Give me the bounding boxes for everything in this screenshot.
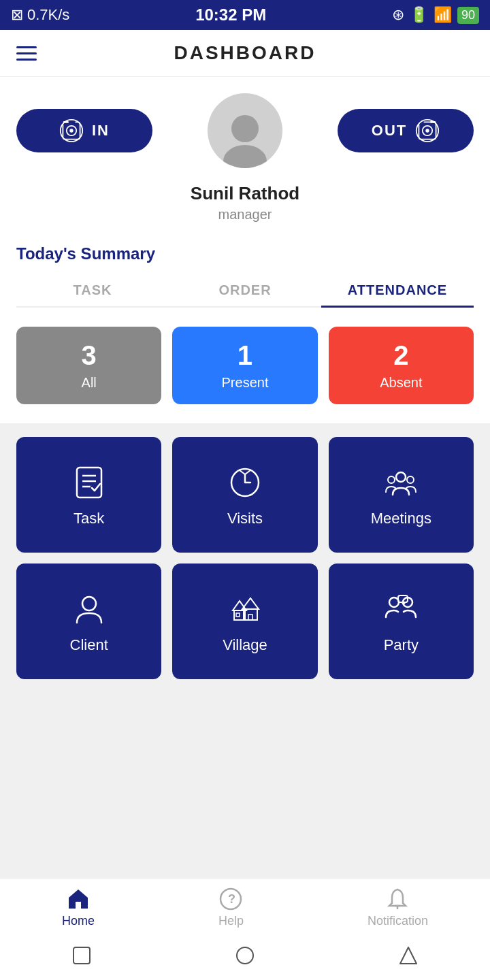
stat-present[interactable]: 1 Present <box>172 327 317 404</box>
meetings-icon <box>383 465 419 500</box>
stat-present-number: 1 <box>238 340 252 371</box>
svg-marker-35 <box>400 947 416 964</box>
page-title: DASHBOARD <box>174 42 316 64</box>
nav-help[interactable]: ? Help <box>218 887 244 928</box>
visits-icon <box>227 465 263 500</box>
village-label: Village <box>223 636 267 654</box>
status-icons: ⊛ 🔋 📶 90 <box>392 6 479 24</box>
check-out-button[interactable]: OUT <box>338 109 474 152</box>
menu-item-meetings[interactable]: Meetings <box>329 437 474 553</box>
party-icon <box>383 591 419 627</box>
svg-marker-28 <box>401 602 406 605</box>
tab-attendance[interactable]: ATTENDANCE <box>321 274 474 306</box>
nav-notification-label: Notification <box>368 914 428 928</box>
svg-point-8 <box>426 129 429 132</box>
svg-point-34 <box>237 947 253 964</box>
avatar-container <box>208 93 282 168</box>
svg-text:?: ? <box>228 892 235 906</box>
network-speed: 0.7K/s <box>27 6 69 24</box>
svg-point-16 <box>388 476 395 483</box>
svg-point-2 <box>69 129 73 132</box>
svg-point-4 <box>231 115 259 142</box>
stat-present-label: Present <box>222 375 269 391</box>
svg-rect-23 <box>248 615 252 620</box>
stat-all[interactable]: 3 All <box>16 327 161 404</box>
status-time: 10:32 PM <box>195 5 266 24</box>
menu-item-village[interactable]: Village <box>172 564 317 679</box>
in-label: IN <box>92 122 110 140</box>
nav-home[interactable]: Home <box>62 887 95 928</box>
stat-absent-number: 2 <box>393 340 408 371</box>
stat-all-number: 3 <box>82 340 97 371</box>
check-in-button[interactable]: IN <box>16 109 152 152</box>
menu-item-party[interactable]: Party <box>329 564 474 679</box>
stats-row: 3 All 1 Present 2 Absent <box>0 313 490 423</box>
nav-notification[interactable]: Notification <box>368 887 428 928</box>
menu-item-client[interactable]: Client <box>16 564 161 679</box>
svg-point-15 <box>396 472 406 482</box>
menu-grid: Task Visits <box>16 437 474 679</box>
svg-rect-33 <box>74 947 90 964</box>
svg-point-18 <box>82 597 96 610</box>
client-icon <box>71 591 107 627</box>
user-name: Sunil Rathod <box>191 183 299 204</box>
android-recents-button[interactable] <box>395 942 422 969</box>
avatar <box>208 93 282 168</box>
menu-item-task[interactable]: Task <box>16 437 161 553</box>
out-label: OUT <box>372 122 407 140</box>
stat-absent-label: Absent <box>380 375 422 391</box>
task-icon <box>71 465 107 500</box>
wifi-icon: 📶 <box>434 6 452 24</box>
android-nav <box>0 934 490 980</box>
task-label: Task <box>74 510 104 527</box>
battery-icon: 🔋 <box>410 6 428 24</box>
nav-help-label: Help <box>218 914 244 928</box>
party-label: Party <box>384 636 419 654</box>
svg-point-25 <box>389 598 399 607</box>
bottom-nav: Home ? Help Notification <box>0 878 490 934</box>
stat-all-label: All <box>82 375 97 391</box>
bluetooth-icon: ⊛ <box>392 6 404 24</box>
status-network: ⊠ 0.7K/s <box>11 6 69 24</box>
battery-level: 90 <box>457 7 479 24</box>
nav-home-label: Home <box>62 914 95 928</box>
svg-point-5 <box>223 145 267 168</box>
tab-order[interactable]: ORDER <box>169 274 321 306</box>
status-bar: ⊠ 0.7K/s 10:32 PM ⊛ 🔋 📶 90 <box>0 0 490 30</box>
village-icon <box>227 591 263 627</box>
hamburger-menu[interactable] <box>16 46 37 61</box>
stat-absent[interactable]: 2 Absent <box>329 327 474 404</box>
user-role: manager <box>218 207 272 223</box>
profile-row: IN OUT <box>16 93 474 168</box>
client-label: Client <box>70 636 108 654</box>
grid-section: Task Visits <box>0 423 490 878</box>
menu-item-visits[interactable]: Visits <box>172 437 317 553</box>
profile-section: IN OUT Sunil Rathod manager <box>0 77 490 233</box>
android-back-button[interactable] <box>68 942 95 969</box>
android-home-button[interactable] <box>231 942 259 969</box>
network-icon: ⊠ <box>11 6 23 24</box>
meetings-label: Meetings <box>371 510 431 527</box>
tabs: TASK ORDER ATTENDANCE <box>16 274 474 308</box>
svg-point-17 <box>407 476 414 483</box>
summary-section: Today's Summary TASK ORDER ATTENDANCE <box>0 233 490 313</box>
svg-rect-10 <box>77 468 101 497</box>
svg-rect-24 <box>236 613 240 617</box>
tab-task[interactable]: TASK <box>16 274 169 306</box>
header: DASHBOARD <box>0 30 490 77</box>
visits-label: Visits <box>227 510 263 527</box>
summary-title: Today's Summary <box>16 244 474 263</box>
